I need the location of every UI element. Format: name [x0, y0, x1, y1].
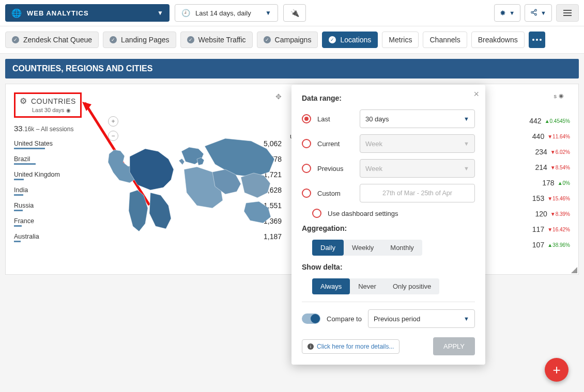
tab-label: Channels	[429, 36, 460, 44]
gear-icon[interactable]: ⚙	[20, 96, 27, 106]
delta-only-positive[interactable]: Only positive	[385, 278, 439, 294]
share-icon	[530, 9, 537, 18]
chevron-down-icon: ▼	[157, 9, 163, 17]
delta-value: ▼6.02%	[550, 149, 570, 155]
check-icon: ✓	[110, 36, 117, 43]
radio-current[interactable]	[302, 139, 311, 148]
radio-last-label: Last	[317, 115, 354, 123]
tab-channels[interactable]: Channels	[423, 32, 467, 48]
check-icon: ✓	[187, 36, 194, 43]
check-icon: ✓	[12, 36, 19, 43]
theme-button[interactable]: ✸ ▼	[494, 4, 520, 22]
svg-line-3	[533, 10, 535, 11]
radio-current-row: Current Week ▼	[302, 134, 475, 153]
agg-monthly[interactable]: Monthly	[382, 240, 422, 256]
radio-last-row: Last 30 days ▼	[302, 109, 475, 128]
move-icon[interactable]: ✥	[275, 92, 282, 101]
delta-value: ▼8.39%	[550, 211, 570, 217]
radio-custom-row: Custom 27th of Mar - 25th of Apr	[302, 184, 475, 202]
widget-header-highlight[interactable]: ⚙ COUNTRIES Last 30 days ◉	[14, 92, 82, 118]
radio-last[interactable]	[302, 114, 311, 123]
chevron-down-icon: ▼	[464, 140, 469, 147]
compare-toggle[interactable]	[302, 313, 320, 324]
agg-weekly[interactable]: Weekly	[344, 240, 382, 256]
workspace-label: WEB ANALYTICS	[27, 9, 89, 17]
compare-label: Compare to	[327, 315, 362, 323]
menu-button[interactable]	[556, 4, 579, 22]
chevron-down-icon: ▼	[464, 165, 469, 171]
zoom-in-button[interactable]: +	[108, 116, 118, 127]
city-value: 178	[542, 179, 554, 187]
city-value: 214	[535, 163, 547, 171]
last-period-select[interactable]: 30 days ▼	[360, 109, 475, 128]
date-range-popup: × Data range: Last 30 days ▼ Current Wee…	[291, 85, 485, 365]
countries-widget: ⚙ COUNTRIES Last 30 days ◉ ✥ + − 33.16k …	[6, 84, 290, 274]
target-icon: ◉	[66, 107, 71, 113]
apply-button[interactable]: APPLY	[433, 337, 475, 355]
daterange-selector[interactable]: 🕘 Last 14 days, daily ▼	[175, 4, 278, 22]
close-button[interactable]: ×	[473, 89, 479, 100]
current-period-select[interactable]: Week ▼	[360, 134, 475, 153]
radio-custom-label: Custom	[317, 190, 354, 197]
delta-value: ▼11.64%	[547, 134, 570, 139]
delta-value: ▲0.4545%	[545, 118, 570, 124]
top-bar: 🌐 WEB ANALYTICS ▼ 🕘 Last 14 days, daily …	[0, 0, 584, 26]
tab-landing-pages[interactable]: ✓Landing Pages	[103, 32, 176, 48]
show-delta-heading: Show delta:	[302, 263, 475, 271]
delta-always[interactable]: Always	[312, 278, 350, 294]
daterange-label: Last 14 days, daily	[195, 9, 260, 17]
resize-handle[interactable]	[571, 267, 577, 273]
world-map[interactable]	[101, 126, 287, 239]
more-details-link[interactable]: i Click here for more details...	[302, 339, 399, 354]
check-icon: ✓	[264, 36, 271, 43]
tab-label: Website Traffic	[198, 36, 246, 44]
city-value: 234	[535, 148, 547, 156]
target-icon: ◉	[559, 92, 564, 99]
clock-icon: 🕘	[181, 9, 190, 17]
tab-label: Zendesk Chat Queue	[23, 36, 92, 44]
sparkle-icon: ✸	[500, 9, 506, 17]
compare-row: Compare to Previous period ▼	[302, 309, 475, 328]
compare-select[interactable]: Previous period ▼	[368, 309, 475, 328]
tab-locations[interactable]: ✓Locations	[322, 32, 378, 48]
chevron-down-icon: ▼	[464, 316, 469, 322]
tab-breakdowns[interactable]: Breakdowns	[471, 32, 525, 48]
agg-daily[interactable]: Daily	[312, 240, 344, 256]
radio-previous-row: Previous Week ▼	[302, 159, 475, 178]
radio-dashboard-row: Use dashboard settings	[312, 209, 475, 218]
radio-use-dashboard-label: Use dashboard settings	[328, 210, 398, 217]
delta-value: ▲38.96%	[547, 242, 570, 248]
tab-metrics[interactable]: Metrics	[382, 32, 419, 48]
share-button[interactable]: ▼	[525, 4, 552, 22]
radio-previous[interactable]	[302, 164, 311, 173]
delta-never[interactable]: Never	[350, 278, 385, 294]
tab-zendesk-chat-queue[interactable]: ✓Zendesk Chat Queue	[5, 32, 99, 48]
previous-period-select[interactable]: Week ▼	[360, 159, 475, 178]
delta-value: ▲0%	[558, 180, 570, 186]
chevron-down-icon: ▼	[509, 10, 515, 16]
aggregation-heading: Aggregation:	[302, 224, 475, 232]
tab-label: Breakdowns	[478, 36, 518, 44]
chevron-down-icon: ▼	[265, 9, 271, 17]
city-value: 107	[532, 241, 544, 249]
info-icon: i	[308, 343, 314, 350]
section-header: COUNTRIES, REGIONS AND CITIES	[5, 59, 579, 79]
add-fab[interactable]: +	[545, 358, 568, 382]
workspace-selector[interactable]: 🌐 WEB ANALYTICS ▼	[5, 4, 170, 22]
tab-label: Campaigns	[275, 36, 312, 44]
svg-point-2	[535, 13, 537, 15]
radio-use-dashboard[interactable]	[312, 209, 321, 218]
more-tabs-button[interactable]	[529, 32, 545, 48]
right-widget-header: s ◉	[554, 92, 564, 99]
tab-label: Landing Pages	[121, 36, 169, 44]
delta-value: ▼16.42%	[547, 227, 570, 232]
tab-campaigns[interactable]: ✓Campaigns	[257, 32, 318, 48]
tab-website-traffic[interactable]: ✓Website Traffic	[180, 32, 253, 48]
delta-segment: Always Never Only positive	[312, 278, 439, 294]
custom-date-input[interactable]: 27th of Mar - 25th of Apr	[360, 184, 475, 202]
radio-custom[interactable]	[302, 189, 311, 198]
tab-label: Metrics	[389, 36, 412, 44]
chevron-down-icon: ▼	[464, 116, 469, 122]
plug-button[interactable]: 🔌	[283, 4, 306, 22]
city-value: 153	[532, 194, 544, 202]
